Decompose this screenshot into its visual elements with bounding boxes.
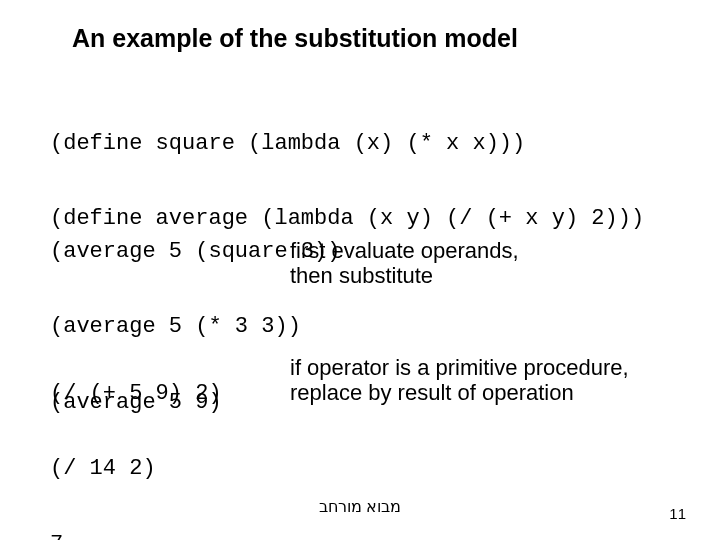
annotation-line: replace by result of operation (290, 380, 629, 405)
annotation-line: then substitute (290, 263, 519, 288)
code-line: (define square (lambda (x) (* x x))) (50, 131, 644, 156)
annotation-line: first evaluate operands, (290, 238, 519, 263)
code-line: 7 (50, 532, 222, 540)
annotation-2: if operator is a primitive procedure, re… (290, 355, 629, 406)
page-number: 11 (669, 505, 686, 522)
slide: An example of the substitution model (de… (0, 0, 720, 540)
annotation-line: if operator is a primitive procedure, (290, 355, 629, 380)
footer-text: מבוא מורחב (0, 497, 720, 516)
code-line: (/ 14 2) (50, 456, 222, 481)
code-line: (/ (+ 5 9) 2) (50, 381, 222, 406)
annotation-1: first evaluate operands, then substitute (290, 238, 519, 289)
slide-title: An example of the substitution model (72, 24, 518, 53)
